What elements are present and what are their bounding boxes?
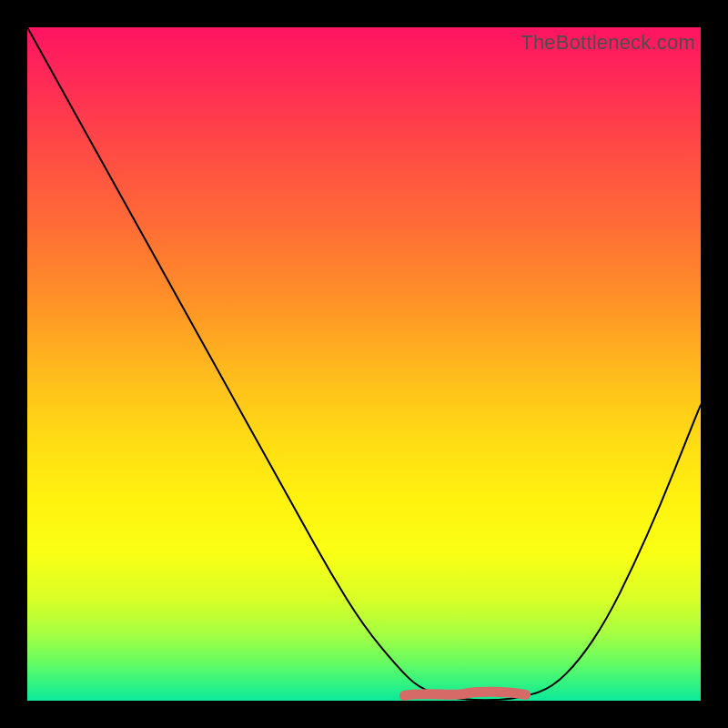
marker-path [404,692,525,695]
chart-plot-area: TheBottleneck.com [27,27,701,701]
optimal-range-marker [27,27,701,701]
chart-frame: TheBottleneck.com [0,0,728,728]
